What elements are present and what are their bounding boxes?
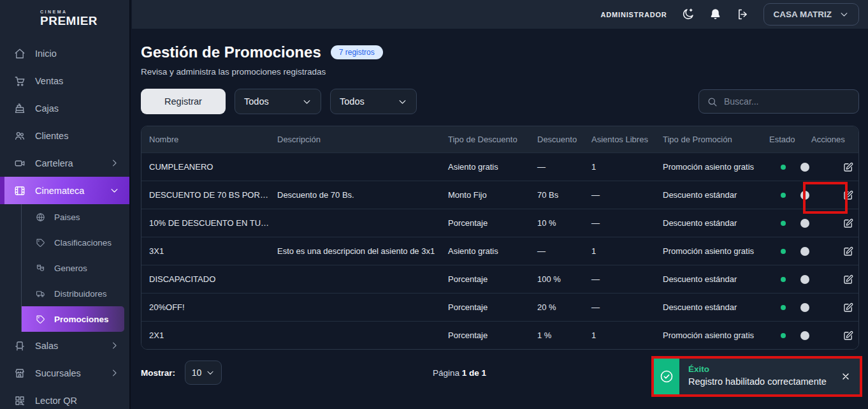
- edit-icon[interactable]: [843, 190, 854, 201]
- status-dot: [781, 305, 786, 310]
- cell-free-seats: —: [584, 274, 655, 284]
- edit-icon[interactable]: [843, 330, 854, 341]
- cinema-premier-logo-icon: [10, 7, 34, 31]
- records-count-badge: 7 registros: [331, 45, 383, 59]
- cell-promo-type: Promoción asiento gratis: [655, 162, 762, 172]
- sidebar-item-salas[interactable]: Salas: [0, 332, 129, 359]
- logout-icon[interactable]: [736, 8, 749, 21]
- branch-label: CASA MATRIZ: [774, 10, 832, 19]
- search-input[interactable]: [724, 96, 851, 107]
- column-header-estado: Estado: [762, 135, 804, 144]
- cell-acciones: [804, 217, 858, 230]
- sidebar-item-distribuidores[interactable]: Distribuidores: [22, 281, 124, 306]
- sidebar-item-label: Paises: [54, 212, 80, 222]
- register-button[interactable]: Registrar: [141, 89, 226, 114]
- chevron-right-icon: [110, 368, 119, 378]
- page-size-value: 10: [192, 368, 202, 378]
- cell-discount-type: Asiento gratis: [440, 162, 530, 172]
- status-dot: [781, 277, 786, 282]
- sidebar-item-ventas[interactable]: Ventas: [0, 67, 129, 94]
- edit-icon[interactable]: [843, 218, 854, 229]
- discount-type-filter[interactable]: Todos: [235, 89, 321, 114]
- sidebar-item-sucursales[interactable]: Sucursales: [0, 359, 129, 387]
- sidebar-item-lector-qr[interactable]: Lector QR: [0, 387, 129, 409]
- sidebar-item-label: Inicio: [35, 48, 57, 59]
- sidebar-item-label: Cinemateca: [35, 186, 84, 196]
- edit-icon[interactable]: [843, 302, 854, 313]
- sidebar-item-promociones[interactable]: Promociones: [22, 306, 124, 332]
- page-info: 1 de 1: [462, 368, 486, 378]
- cell-promo-type: Descuento estándar: [655, 218, 762, 228]
- table-row: 3X1Esto es una descripcion del asiento d…: [141, 237, 858, 265]
- cell-acciones: [804, 161, 858, 174]
- branch-selector[interactable]: CASA MATRIZ: [763, 3, 860, 26]
- cell-free-seats: —: [584, 190, 655, 200]
- video-camera-icon: [14, 158, 25, 169]
- sidebar-item-paises[interactable]: Paises: [22, 204, 124, 230]
- status-dot: [781, 249, 786, 254]
- status-toggle[interactable]: [811, 301, 834, 314]
- cell-discount: 100 %: [530, 274, 584, 284]
- sidebar-item-cartelera[interactable]: Cartelera: [0, 149, 129, 177]
- table-row: DISCAPACITADOPorcentaje100 %—Descuento e…: [141, 265, 858, 293]
- close-icon[interactable]: [841, 371, 851, 382]
- cell-discount-type: Monto Fijo: [440, 190, 530, 200]
- sidebar-item-generos[interactable]: Generos: [22, 255, 124, 281]
- bell-icon[interactable]: [709, 8, 722, 21]
- cell-acciones: [804, 301, 858, 314]
- cell-discount-type: Porcentaje: [440, 331, 530, 340]
- cell-estado: [762, 162, 804, 172]
- sidebar-item-cajas[interactable]: Cajas: [0, 94, 129, 122]
- toast-message: Registro habilitado correctamente: [688, 376, 838, 387]
- table-header-row: NombreDescripciónTipo de DescuentoDescue…: [141, 126, 858, 152]
- status-toggle[interactable]: [811, 161, 834, 174]
- brand-name: PREMIER: [40, 14, 98, 28]
- cell-acciones: [804, 273, 858, 286]
- page-title: Gestión de Promociones: [141, 43, 321, 61]
- status-toggle[interactable]: [811, 217, 834, 230]
- promo-type-filter[interactable]: Todos: [330, 89, 417, 114]
- tag-icon: [36, 238, 45, 248]
- sidebar-item-cinemateca[interactable]: Cinemateca: [0, 177, 129, 204]
- moon-icon[interactable]: [681, 8, 695, 21]
- edit-icon[interactable]: [843, 246, 854, 257]
- check-circle-icon: [659, 369, 674, 384]
- table-body: CUMPLEANEROAsiento gratis—1Promoción asi…: [141, 152, 858, 349]
- sidebar-item-clasificaciones[interactable]: Clasificaciones: [22, 230, 124, 255]
- cell-discount-type: Porcentaje: [440, 274, 530, 284]
- status-toggle[interactable]: [811, 273, 834, 286]
- cell-acciones: [804, 245, 858, 258]
- cell-acciones: [804, 329, 858, 342]
- edit-icon[interactable]: [843, 161, 854, 173]
- status-toggle[interactable]: [811, 245, 834, 258]
- edit-icon[interactable]: [843, 274, 854, 285]
- chevron-down-icon: [839, 10, 849, 19]
- user-role-label: ADMINISTRADOR: [601, 11, 667, 19]
- cell-name: DESCUENTO DE 70 BS POR CO...: [141, 190, 270, 200]
- toast-accent: [654, 359, 679, 394]
- sidebar-item-inicio[interactable]: Inicio: [0, 40, 129, 67]
- status-toggle[interactable]: [811, 189, 834, 202]
- users-icon: [14, 130, 25, 142]
- status-dot: [781, 165, 786, 170]
- sidebar-submenu: PaisesClasificacionesGenerosDistribuidor…: [21, 204, 129, 332]
- status-dot: [781, 221, 786, 226]
- show-label: Mostrar:: [141, 368, 175, 378]
- store-icon: [14, 368, 25, 379]
- page-size-selector[interactable]: 10: [185, 361, 222, 385]
- page-word: Página: [433, 368, 459, 378]
- cell-discount-type: Porcentaje: [440, 218, 530, 228]
- cell-estado: [762, 218, 804, 228]
- cash-register-icon: [14, 103, 25, 114]
- status-toggle[interactable]: [811, 329, 834, 342]
- cell-discount: 20 %: [530, 302, 584, 312]
- cell-name: DISCAPACITADO: [141, 274, 270, 284]
- page-subtitle: Revisa y administra las promociones regi…: [141, 67, 859, 77]
- qr-icon: [14, 395, 25, 406]
- film-icon: [14, 185, 25, 197]
- cell-name: 2X1: [141, 331, 270, 340]
- column-header-tipo-de-promocion: Tipo de Promoción: [655, 135, 762, 144]
- cell-acciones: [804, 189, 858, 202]
- sidebar-item-clientes[interactable]: Clientes: [0, 122, 129, 149]
- status-dot: [781, 193, 786, 198]
